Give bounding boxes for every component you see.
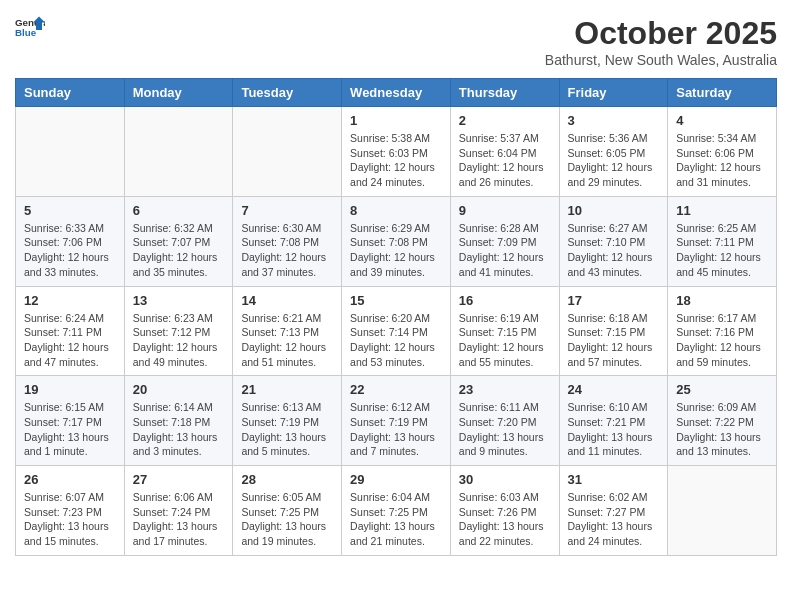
calendar-day-cell	[16, 107, 125, 197]
day-info: Sunrise: 6:24 AM Sunset: 7:11 PM Dayligh…	[24, 311, 116, 370]
calendar-day-cell: 8Sunrise: 6:29 AM Sunset: 7:08 PM Daylig…	[342, 196, 451, 286]
day-number: 29	[350, 472, 442, 487]
logo: General Blue	[15, 15, 45, 39]
location-title: Bathurst, New South Wales, Australia	[545, 52, 777, 68]
calendar-week-row: 19Sunrise: 6:15 AM Sunset: 7:17 PM Dayli…	[16, 376, 777, 466]
day-info: Sunrise: 6:07 AM Sunset: 7:23 PM Dayligh…	[24, 490, 116, 549]
calendar-week-row: 5Sunrise: 6:33 AM Sunset: 7:06 PM Daylig…	[16, 196, 777, 286]
calendar-day-cell: 24Sunrise: 6:10 AM Sunset: 7:21 PM Dayli…	[559, 376, 668, 466]
day-number: 5	[24, 203, 116, 218]
calendar-day-header: Wednesday	[342, 79, 451, 107]
calendar-day-cell: 18Sunrise: 6:17 AM Sunset: 7:16 PM Dayli…	[668, 286, 777, 376]
day-info: Sunrise: 6:30 AM Sunset: 7:08 PM Dayligh…	[241, 221, 333, 280]
calendar-day-cell: 23Sunrise: 6:11 AM Sunset: 7:20 PM Dayli…	[450, 376, 559, 466]
logo-icon: General Blue	[15, 15, 45, 39]
day-number: 25	[676, 382, 768, 397]
calendar-day-cell	[124, 107, 233, 197]
day-info: Sunrise: 6:13 AM Sunset: 7:19 PM Dayligh…	[241, 400, 333, 459]
day-number: 1	[350, 113, 442, 128]
calendar-table: SundayMondayTuesdayWednesdayThursdayFrid…	[15, 78, 777, 556]
day-info: Sunrise: 6:04 AM Sunset: 7:25 PM Dayligh…	[350, 490, 442, 549]
calendar-day-cell: 20Sunrise: 6:14 AM Sunset: 7:18 PM Dayli…	[124, 376, 233, 466]
day-number: 17	[568, 293, 660, 308]
day-number: 11	[676, 203, 768, 218]
day-number: 15	[350, 293, 442, 308]
day-number: 30	[459, 472, 551, 487]
day-info: Sunrise: 6:06 AM Sunset: 7:24 PM Dayligh…	[133, 490, 225, 549]
day-number: 16	[459, 293, 551, 308]
day-info: Sunrise: 6:29 AM Sunset: 7:08 PM Dayligh…	[350, 221, 442, 280]
calendar-day-cell: 2Sunrise: 5:37 AM Sunset: 6:04 PM Daylig…	[450, 107, 559, 197]
calendar-day-cell: 7Sunrise: 6:30 AM Sunset: 7:08 PM Daylig…	[233, 196, 342, 286]
day-info: Sunrise: 6:10 AM Sunset: 7:21 PM Dayligh…	[568, 400, 660, 459]
day-number: 24	[568, 382, 660, 397]
day-info: Sunrise: 6:17 AM Sunset: 7:16 PM Dayligh…	[676, 311, 768, 370]
calendar-day-cell: 11Sunrise: 6:25 AM Sunset: 7:11 PM Dayli…	[668, 196, 777, 286]
month-title: October 2025	[545, 15, 777, 52]
calendar-day-cell: 13Sunrise: 6:23 AM Sunset: 7:12 PM Dayli…	[124, 286, 233, 376]
day-info: Sunrise: 6:12 AM Sunset: 7:19 PM Dayligh…	[350, 400, 442, 459]
calendar-day-cell	[668, 466, 777, 556]
calendar-day-cell: 31Sunrise: 6:02 AM Sunset: 7:27 PM Dayli…	[559, 466, 668, 556]
calendar-day-cell: 28Sunrise: 6:05 AM Sunset: 7:25 PM Dayli…	[233, 466, 342, 556]
calendar-day-cell: 9Sunrise: 6:28 AM Sunset: 7:09 PM Daylig…	[450, 196, 559, 286]
day-info: Sunrise: 6:18 AM Sunset: 7:15 PM Dayligh…	[568, 311, 660, 370]
day-number: 21	[241, 382, 333, 397]
calendar-day-cell: 1Sunrise: 5:38 AM Sunset: 6:03 PM Daylig…	[342, 107, 451, 197]
title-area: October 2025 Bathurst, New South Wales, …	[545, 15, 777, 68]
day-info: Sunrise: 6:19 AM Sunset: 7:15 PM Dayligh…	[459, 311, 551, 370]
day-info: Sunrise: 5:34 AM Sunset: 6:06 PM Dayligh…	[676, 131, 768, 190]
calendar-day-header: Tuesday	[233, 79, 342, 107]
day-number: 19	[24, 382, 116, 397]
calendar-day-cell: 15Sunrise: 6:20 AM Sunset: 7:14 PM Dayli…	[342, 286, 451, 376]
calendar-day-cell: 27Sunrise: 6:06 AM Sunset: 7:24 PM Dayli…	[124, 466, 233, 556]
day-info: Sunrise: 6:21 AM Sunset: 7:13 PM Dayligh…	[241, 311, 333, 370]
day-info: Sunrise: 6:15 AM Sunset: 7:17 PM Dayligh…	[24, 400, 116, 459]
calendar-day-header: Sunday	[16, 79, 125, 107]
calendar-header-row: SundayMondayTuesdayWednesdayThursdayFrid…	[16, 79, 777, 107]
day-info: Sunrise: 6:28 AM Sunset: 7:09 PM Dayligh…	[459, 221, 551, 280]
day-number: 12	[24, 293, 116, 308]
day-info: Sunrise: 6:02 AM Sunset: 7:27 PM Dayligh…	[568, 490, 660, 549]
day-info: Sunrise: 6:14 AM Sunset: 7:18 PM Dayligh…	[133, 400, 225, 459]
day-number: 8	[350, 203, 442, 218]
day-number: 26	[24, 472, 116, 487]
calendar-day-header: Thursday	[450, 79, 559, 107]
calendar-day-cell: 26Sunrise: 6:07 AM Sunset: 7:23 PM Dayli…	[16, 466, 125, 556]
day-number: 18	[676, 293, 768, 308]
calendar-day-cell: 29Sunrise: 6:04 AM Sunset: 7:25 PM Dayli…	[342, 466, 451, 556]
calendar-day-cell: 22Sunrise: 6:12 AM Sunset: 7:19 PM Dayli…	[342, 376, 451, 466]
calendar-week-row: 12Sunrise: 6:24 AM Sunset: 7:11 PM Dayli…	[16, 286, 777, 376]
calendar-day-cell: 6Sunrise: 6:32 AM Sunset: 7:07 PM Daylig…	[124, 196, 233, 286]
day-number: 27	[133, 472, 225, 487]
calendar-day-cell: 17Sunrise: 6:18 AM Sunset: 7:15 PM Dayli…	[559, 286, 668, 376]
day-info: Sunrise: 6:20 AM Sunset: 7:14 PM Dayligh…	[350, 311, 442, 370]
calendar-day-cell: 10Sunrise: 6:27 AM Sunset: 7:10 PM Dayli…	[559, 196, 668, 286]
page-header: General Blue October 2025 Bathurst, New …	[15, 15, 777, 68]
day-info: Sunrise: 6:27 AM Sunset: 7:10 PM Dayligh…	[568, 221, 660, 280]
day-info: Sunrise: 6:09 AM Sunset: 7:22 PM Dayligh…	[676, 400, 768, 459]
day-info: Sunrise: 6:32 AM Sunset: 7:07 PM Dayligh…	[133, 221, 225, 280]
day-number: 9	[459, 203, 551, 218]
calendar-day-cell: 30Sunrise: 6:03 AM Sunset: 7:26 PM Dayli…	[450, 466, 559, 556]
day-info: Sunrise: 5:37 AM Sunset: 6:04 PM Dayligh…	[459, 131, 551, 190]
day-number: 20	[133, 382, 225, 397]
calendar-day-cell: 5Sunrise: 6:33 AM Sunset: 7:06 PM Daylig…	[16, 196, 125, 286]
day-info: Sunrise: 6:11 AM Sunset: 7:20 PM Dayligh…	[459, 400, 551, 459]
day-number: 14	[241, 293, 333, 308]
day-number: 13	[133, 293, 225, 308]
day-number: 28	[241, 472, 333, 487]
calendar-day-cell: 21Sunrise: 6:13 AM Sunset: 7:19 PM Dayli…	[233, 376, 342, 466]
calendar-week-row: 1Sunrise: 5:38 AM Sunset: 6:03 PM Daylig…	[16, 107, 777, 197]
day-number: 10	[568, 203, 660, 218]
day-number: 3	[568, 113, 660, 128]
calendar-day-cell: 25Sunrise: 6:09 AM Sunset: 7:22 PM Dayli…	[668, 376, 777, 466]
day-info: Sunrise: 6:23 AM Sunset: 7:12 PM Dayligh…	[133, 311, 225, 370]
calendar-week-row: 26Sunrise: 6:07 AM Sunset: 7:23 PM Dayli…	[16, 466, 777, 556]
day-info: Sunrise: 6:25 AM Sunset: 7:11 PM Dayligh…	[676, 221, 768, 280]
day-number: 2	[459, 113, 551, 128]
day-info: Sunrise: 6:33 AM Sunset: 7:06 PM Dayligh…	[24, 221, 116, 280]
calendar-day-header: Saturday	[668, 79, 777, 107]
calendar-day-header: Friday	[559, 79, 668, 107]
day-number: 22	[350, 382, 442, 397]
